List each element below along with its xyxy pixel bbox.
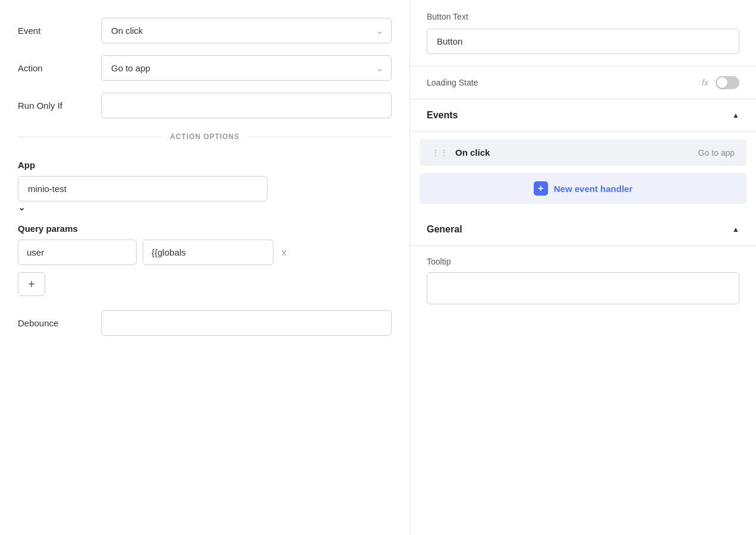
left-panel: Event On click ⌄ Action Go to app ⌄ Run … [0,0,410,535]
query-params-label: Query params [18,224,392,234]
query-param-row: x [18,240,392,265]
debounce-row: Debounce [18,310,392,336]
run-only-if-row: Run Only If [18,93,392,118]
debounce-label: Debounce [18,318,101,328]
action-options-section: App minio-test ⌄ Query params x + Deboun… [18,155,392,336]
button-text-input[interactable] [427,29,739,54]
general-section-header: General ▲ [410,213,756,246]
loading-state-label: Loading State [427,78,478,87]
tooltip-label: Tooltip [427,257,739,266]
general-title: General [427,224,462,235]
action-options-heading: ACTION OPTIONS [162,133,248,141]
run-only-if-control [101,93,392,118]
event-select[interactable]: On click [101,18,392,43]
query-param-key-input[interactable] [18,240,137,265]
new-event-plus-icon: + [534,181,548,196]
event-select-wrapper: On click ⌄ [101,18,392,43]
action-label: Action [18,63,101,73]
event-item-action: Go to app [698,148,735,158]
events-section-header: Events ▲ [410,99,756,132]
query-param-value-input[interactable] [143,240,273,265]
events-collapse-icon[interactable]: ▲ [732,111,739,119]
divider-right [248,137,392,137]
debounce-input[interactable] [101,310,392,336]
action-options-divider: ACTION OPTIONS [18,133,392,141]
action-select-wrapper: Go to app ⌄ [101,55,392,81]
app-chevron-icon: ⌄ [18,202,26,212]
event-row: Event On click ⌄ [18,18,392,43]
right-panel: Button Text Loading State fx Events ▲ ⋮⋮… [410,0,756,535]
event-item[interactable]: ⋮⋮ On click Go to app [420,139,746,166]
app-label: App [18,160,392,170]
button-text-section: Button Text [410,0,756,67]
run-only-if-label: Run Only If [18,100,101,111]
action-select[interactable]: Go to app [101,55,392,81]
add-param-button[interactable]: + [18,272,45,296]
event-item-name: On click [455,147,691,158]
tooltip-section: Tooltip [410,246,756,304]
divider-left [18,137,162,137]
new-event-handler-button[interactable]: + New event handler [420,173,746,204]
loading-state-row: Loading State fx [410,67,756,99]
general-collapse-icon[interactable]: ▲ [732,225,739,234]
new-event-handler-label: New event handler [554,184,633,194]
loading-state-toggle[interactable] [716,76,739,89]
remove-param-button[interactable]: x [279,245,289,260]
app-select[interactable]: minio-test [18,176,267,202]
app-select-wrapper: minio-test ⌄ [18,176,267,213]
toggle-knob [717,77,727,88]
event-label: Event [18,26,101,36]
action-row: Action Go to app ⌄ [18,55,392,81]
loading-state-controls: fx [702,76,739,89]
fx-label: fx [702,78,708,87]
tooltip-input[interactable] [427,272,739,304]
run-only-if-input[interactable] [101,93,392,118]
debounce-control [101,310,392,336]
button-text-label: Button Text [427,12,739,21]
events-title: Events [427,110,458,121]
app-select-row: minio-test ⌄ [18,176,392,213]
drag-handle-icon: ⋮⋮ [431,148,448,158]
